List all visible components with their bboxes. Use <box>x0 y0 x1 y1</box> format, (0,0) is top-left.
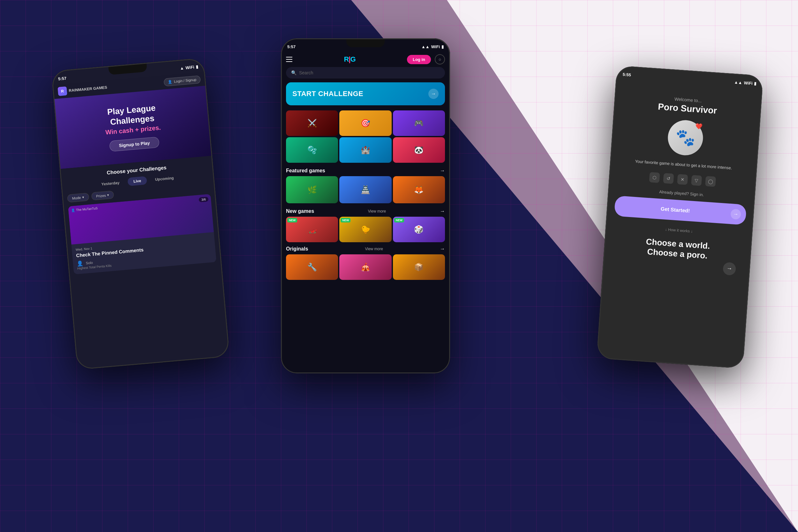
status-time-left: 5:57 <box>58 76 66 81</box>
signal-icon: ▲ <box>180 65 184 71</box>
p2-games-grid-top: ⚔️ 🎯 🎮 🫧 🏰 🐼 <box>286 110 445 163</box>
avatar-circle-icon: ○ <box>439 57 441 62</box>
p3-get-started-button[interactable]: Get Started! → <box>614 195 747 225</box>
status-icons-center: ▲▲ WiFi ▮ <box>421 44 444 49</box>
signal-icon-c: ▲▲ <box>421 44 430 49</box>
p2-search-bar[interactable]: 🔍 Search <box>286 67 445 78</box>
phone-left-screen: 5:57 ▲ WiFi ▮ R RAINMAKER GAMES 👤 Login … <box>51 58 230 370</box>
filter-mode[interactable]: Mode ▾ <box>67 193 89 203</box>
mascot-heart-icon: ❤️ <box>695 122 702 130</box>
p2-originals-header: Originals View more → <box>286 246 445 252</box>
p1-logo: R RAINMAKER GAMES <box>57 83 108 96</box>
p3-description: Your favorite game is about to get a lot… <box>635 158 732 171</box>
game-thumb-5[interactable]: 🏰 <box>339 137 391 163</box>
wifi-icon-c: WiFi <box>431 44 440 49</box>
new-game-thumb-1[interactable]: NEW 🏎️ <box>286 217 338 242</box>
p2-new-games-view-more[interactable]: View more <box>368 209 386 213</box>
feature-icon-4: ▽ <box>691 175 702 186</box>
wifi-icon-r: WiFi <box>744 80 753 86</box>
filter-prizes[interactable]: Prizes ▾ <box>91 191 114 201</box>
p2-originals-view-more[interactable]: View more <box>365 247 383 251</box>
mode-icon: 👤 <box>77 260 83 267</box>
p1-card-mode: Solo <box>86 261 93 265</box>
feature-icon-1: ⬡ <box>649 172 660 183</box>
p3-choose-section: Choose a world. Choose a poro. → <box>611 234 744 263</box>
phone-center-screen: 5:57 ▲▲ WiFi ▮ R|G Log in ○ <box>281 38 450 374</box>
p2-new-games-arrow-icon[interactable]: → <box>440 208 445 214</box>
phone-right: 5:55 ▲▲ WiFi ▮ Welcome to... Poro Surviv… <box>596 65 763 368</box>
p2-new-games-header: New games View more → <box>286 208 445 214</box>
featured-thumb-3[interactable]: 🦊 <box>393 176 445 203</box>
user-icon: 👤 <box>168 79 172 84</box>
p2-login-button[interactable]: Log in <box>407 55 431 64</box>
game-thumb-4[interactable]: 🫧 <box>286 137 338 163</box>
p2-new-games-section: New games View more → NEW 🏎️ NEW 🐤 NEW 🎲 <box>281 207 450 245</box>
p2-featured-games-grid: 🌿 🏯 🦊 <box>286 176 445 203</box>
tab-yesterday[interactable]: Yesterday <box>95 178 126 189</box>
feature-icon-2: ↺ <box>663 173 674 184</box>
avatar-icon: 👤 <box>71 208 75 212</box>
p3-mascot: 🐾 ❤️ <box>667 119 704 156</box>
p3-game-title: Poro Survivor <box>658 101 717 116</box>
p2-featured-arrow-icon[interactable]: → <box>440 168 445 174</box>
p2-start-challenge-banner[interactable]: START CHALLENGE → <box>286 82 445 105</box>
originals-thumb-1[interactable]: 🔧 <box>286 254 338 280</box>
feature-icon-3: ✕ <box>677 174 688 185</box>
p1-hero: Play League Challenges Win cash + prizes… <box>54 86 212 169</box>
battery-icon-r: ▮ <box>754 81 757 86</box>
game-thumb-6[interactable]: 🐼 <box>393 137 445 163</box>
p1-challenge-card[interactable]: 👤 The MuTanTuS 3/6 Wed, Nov 1 Check The … <box>68 194 216 274</box>
search-icon: 🔍 <box>291 70 297 75</box>
p2-banner-arrow-icon: → <box>429 89 439 99</box>
battery-icon-c: ▮ <box>441 44 444 49</box>
p1-logo-text: RAINMAKER GAMES <box>69 85 107 93</box>
p2-user-avatar[interactable]: ○ <box>435 54 445 64</box>
mascot-emoji: 🐾 <box>675 128 696 148</box>
p2-featured-section-header: Featured games → <box>281 167 450 176</box>
p1-login-button[interactable]: 👤 Login / Signup <box>164 75 201 87</box>
tab-live[interactable]: Live <box>127 176 147 186</box>
avatar-name: The MuTanTuS <box>76 207 98 212</box>
p1-hero-content: Play League Challenges Win cash + prizes… <box>103 103 163 152</box>
featured-thumb-2[interactable]: 🏯 <box>339 176 391 203</box>
p3-get-started-arrow-icon: → <box>730 209 741 220</box>
new-badge-2: NEW <box>341 218 350 223</box>
game-thumb-2[interactable]: 🎯 <box>339 110 391 136</box>
phone-center-notch <box>346 38 385 47</box>
p1-card-avatar: 👤 The MuTanTuS <box>71 207 98 212</box>
hamburger-menu-icon[interactable] <box>286 57 292 62</box>
feature-icon-5: ◯ <box>705 176 716 187</box>
p2-originals-arrow-icon[interactable]: → <box>440 246 445 252</box>
tab-upcoming[interactable]: Upcoming <box>149 173 180 184</box>
originals-thumb-3[interactable]: 📦 <box>393 254 445 280</box>
new-badge-1: NEW <box>287 218 297 223</box>
p2-originals-title: Originals <box>286 246 308 252</box>
status-icons-left: ▲ WiFi ▮ <box>180 64 198 71</box>
p3-content: Welcome to... Poro Survivor 🐾 ❤️ Your fa… <box>596 79 762 368</box>
dropdown-icon-prizes: ▾ <box>107 193 109 197</box>
status-icons-right: ▲▲ WiFi ▮ <box>734 79 757 86</box>
new-game-thumb-2[interactable]: NEW 🐤 <box>339 217 391 242</box>
featured-thumb-1[interactable]: 🌿 <box>286 176 338 203</box>
originals-thumb-2[interactable]: 🎪 <box>339 254 391 280</box>
p2-banner-text: START CHALLENGE <box>292 90 363 98</box>
search-placeholder: Search <box>299 70 313 75</box>
p1-logo-icon: R <box>57 87 67 96</box>
p3-already-played: Already played? Sign in. <box>659 189 704 197</box>
p3-feature-icons: ⬡ ↺ ✕ ▽ ◯ <box>649 172 716 187</box>
p1-challenges-section: Choose your Challenges Yesterday Live Up… <box>60 156 222 280</box>
game-thumb-3[interactable]: 🎮 <box>393 110 445 136</box>
p2-new-games-grid: NEW 🏎️ NEW 🐤 NEW 🎲 <box>286 217 445 242</box>
p2-featured-title: Featured games <box>286 168 325 174</box>
new-game-thumb-3[interactable]: NEW 🎲 <box>393 217 445 242</box>
p3-get-started-text: Get Started! <box>620 203 730 216</box>
p2-originals-grid: 🔧 🎪 📦 <box>286 254 445 280</box>
p3-choose-arrow-icon[interactable]: → <box>723 262 736 276</box>
p2-header-actions: Log in ○ <box>407 54 445 64</box>
p3-welcome-text: Welcome to... <box>674 96 702 103</box>
game-thumb-1[interactable]: ⚔️ <box>286 110 338 136</box>
phone-right-screen: 5:55 ▲▲ WiFi ▮ Welcome to... Poro Surviv… <box>596 65 763 368</box>
battery-icon: ▮ <box>196 64 198 69</box>
p2-originals-section: Originals View more → 🔧 🎪 📦 <box>281 245 450 282</box>
status-time-center: 5:57 <box>287 44 296 49</box>
